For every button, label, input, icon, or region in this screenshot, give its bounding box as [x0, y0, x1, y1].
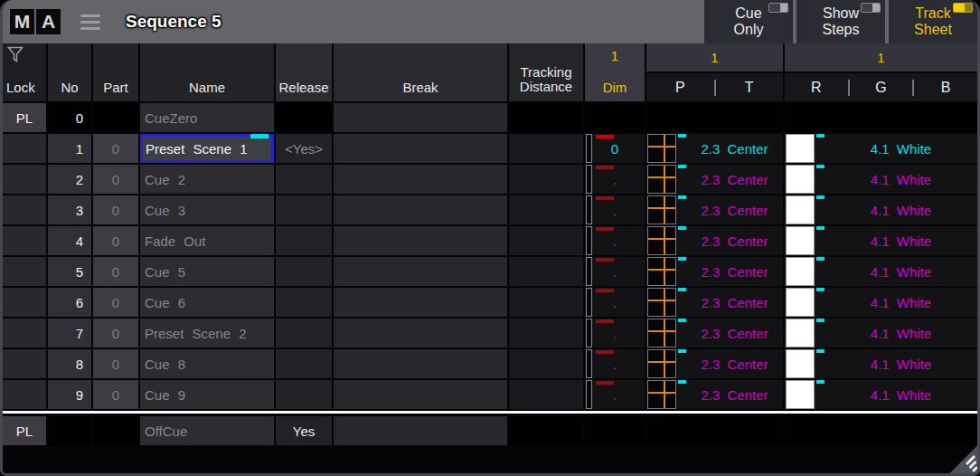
header-tracking-distance[interactable]: Tracking Distance	[509, 43, 583, 101]
tracking-distance-cell[interactable]	[509, 288, 583, 317]
color-value-cell[interactable]: 4.1 White	[785, 165, 977, 194]
break-cell[interactable]	[334, 380, 507, 409]
break-cell[interactable]	[334, 288, 507, 317]
cue-name-cell[interactable]: Cue 2	[140, 165, 274, 194]
pan-tilt-value-cell[interactable]: 2.3 Center	[646, 134, 783, 163]
pan-tilt-value-cell[interactable]: 2.3 Center	[646, 380, 783, 409]
release-cell[interactable]	[276, 288, 332, 317]
part-cell[interactable]: 0	[93, 195, 138, 224]
cue-number-cell[interactable]: 5	[48, 257, 91, 286]
tracking-distance-cell[interactable]	[509, 380, 583, 409]
cue-number-cell[interactable]: 8	[48, 349, 91, 378]
release-cell[interactable]: <Yes>	[276, 134, 332, 163]
release-cell[interactable]	[276, 165, 332, 194]
part-cell[interactable]: 0	[93, 349, 138, 378]
list-menu-icon[interactable]	[80, 14, 100, 30]
header-part[interactable]: Part	[93, 43, 138, 101]
release-cell[interactable]: Yes	[276, 416, 332, 445]
cue-name-cell[interactable]: Cue 5	[140, 257, 274, 286]
break-cell[interactable]	[334, 319, 507, 347]
tracking-distance-cell[interactable]	[509, 226, 583, 255]
cue-name-cell[interactable]: Fade Out	[140, 226, 274, 255]
part-cell[interactable]: 0	[93, 134, 138, 163]
release-cell[interactable]	[276, 103, 332, 132]
release-cell[interactable]	[276, 226, 332, 255]
header-name[interactable]: Name	[140, 43, 274, 101]
part-cell[interactable]: 0	[93, 226, 138, 255]
tracking-distance-cell[interactable]	[509, 416, 583, 445]
dim-value-cell[interactable]: .	[585, 288, 645, 317]
tracking-distance-cell[interactable]	[509, 257, 583, 286]
release-cell[interactable]	[276, 195, 332, 224]
red-column-label[interactable]: R	[785, 73, 848, 101]
break-cell[interactable]	[334, 416, 507, 445]
dim-value-cell[interactable]: .	[585, 257, 645, 286]
cue-name-cell[interactable]: Preset Scene 2	[140, 319, 274, 347]
dim-value-cell[interactable]: .	[585, 380, 645, 409]
part-cell[interactable]	[93, 416, 138, 445]
lock-cell[interactable]	[3, 195, 46, 224]
color-value-cell[interactable]	[785, 103, 977, 132]
release-cell[interactable]	[276, 380, 332, 409]
part-cell[interactable]: 0	[93, 288, 138, 317]
color-value-cell[interactable]: 4.1 White	[785, 380, 977, 409]
lock-cell[interactable]: PL	[3, 103, 46, 132]
lock-cell[interactable]	[3, 288, 46, 317]
cue-name-cell[interactable]: Cue 6	[140, 288, 274, 317]
cue-number-cell[interactable]: 6	[48, 288, 91, 317]
release-cell[interactable]	[276, 257, 332, 286]
lock-cell[interactable]	[3, 349, 46, 378]
dim-value-cell[interactable]: .	[585, 349, 645, 378]
pan-tilt-value-cell[interactable]: 2.3 Center	[646, 319, 783, 347]
color-value-cell[interactable]: 4.1 White	[785, 349, 977, 378]
show-steps-button[interactable]: Show Steps	[796, 0, 885, 43]
lock-cell[interactable]	[3, 380, 46, 409]
dim-value-cell[interactable]: .	[585, 195, 645, 224]
break-cell[interactable]	[334, 165, 507, 194]
lock-cell[interactable]	[3, 165, 46, 194]
cue-only-button[interactable]: Cue Only	[704, 0, 793, 43]
cue-number-cell[interactable]	[48, 416, 91, 445]
tracking-distance-cell[interactable]	[509, 195, 583, 224]
header-no[interactable]: No	[48, 43, 91, 101]
color-value-cell[interactable]: 4.1 White	[785, 288, 977, 317]
dim-value-cell[interactable]: .	[585, 165, 645, 194]
lock-cell[interactable]	[3, 134, 46, 163]
tracking-distance-cell[interactable]	[509, 103, 583, 132]
header-fixture-rgb[interactable]: 1 R G B	[785, 43, 977, 101]
part-cell[interactable]: 0	[93, 165, 138, 194]
dim-value-cell[interactable]: 0	[585, 134, 645, 163]
color-value-cell[interactable]: 4.1 White	[785, 134, 977, 163]
lock-cell[interactable]	[3, 226, 46, 255]
lock-cell[interactable]	[3, 319, 46, 347]
break-cell[interactable]	[334, 195, 507, 224]
cue-name-cell[interactable]: Preset Scene 1	[140, 134, 274, 163]
pan-tilt-value-cell[interactable]	[646, 416, 783, 445]
header-break[interactable]: Break	[334, 43, 507, 101]
cue-number-cell[interactable]: 7	[48, 319, 91, 347]
header-fixture-pan-tilt[interactable]: 1 P T	[646, 43, 783, 101]
pan-tilt-value-cell[interactable]: 2.3 Center	[646, 165, 783, 194]
lock-cell[interactable]	[3, 257, 46, 286]
break-cell[interactable]	[334, 134, 507, 163]
part-cell[interactable]: 0	[93, 380, 138, 409]
break-cell[interactable]	[334, 226, 507, 255]
pan-tilt-value-cell[interactable]: 2.3 Center	[646, 226, 783, 255]
dim-value-cell[interactable]: .	[585, 226, 645, 255]
lock-cell[interactable]: PL	[3, 416, 46, 445]
cue-number-cell[interactable]: 3	[48, 195, 91, 224]
release-cell[interactable]	[276, 319, 332, 347]
tracking-distance-cell[interactable]	[509, 134, 583, 163]
color-value-cell[interactable]: 4.1 White	[785, 195, 977, 224]
cue-name-cell[interactable]: Cue 8	[140, 349, 274, 378]
release-cell[interactable]	[276, 349, 332, 378]
dim-value-cell[interactable]	[585, 103, 645, 132]
break-cell[interactable]	[334, 257, 507, 286]
pan-tilt-value-cell[interactable]: 2.3 Center	[646, 288, 783, 317]
part-cell[interactable]	[93, 103, 138, 132]
dim-value-cell[interactable]	[585, 416, 645, 445]
tilt-column-label[interactable]: T	[716, 73, 784, 101]
cue-name-cell[interactable]: Cue 3	[140, 195, 274, 224]
track-sheet-button[interactable]: Track Sheet	[889, 0, 977, 43]
color-value-cell[interactable]: 4.1 White	[785, 319, 977, 347]
